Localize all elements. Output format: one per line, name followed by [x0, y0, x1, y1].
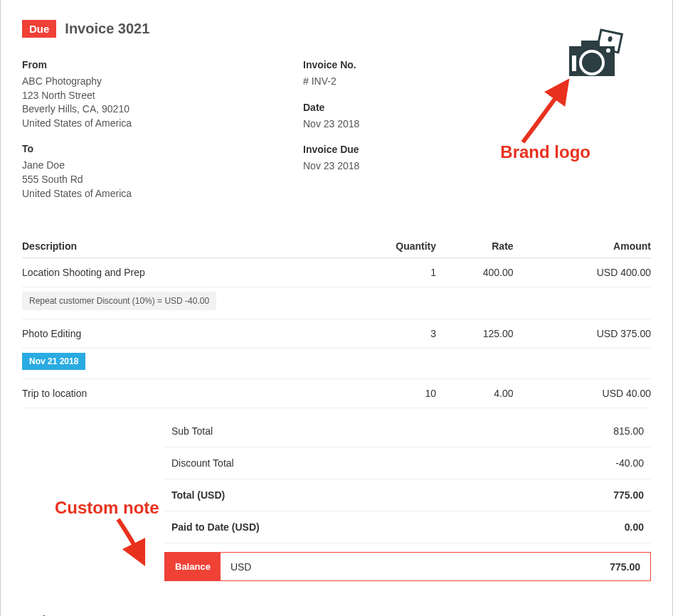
item-amount: USD 375.00 [514, 319, 651, 349]
col-amount: Amount [514, 235, 651, 258]
line-item-row: Photo Editing 3 125.00 USD 375.00 [22, 319, 651, 349]
item-description: Location Shooting and Prep [22, 267, 334, 278]
total-row: Total (USD) 775.00 [164, 479, 651, 511]
due-block: Invoice Due Nov 23 2018 [303, 144, 651, 174]
date-badge: Nov 21 2018 [22, 353, 85, 370]
total-value: 775.00 [613, 489, 644, 501]
totals-section: Sub Total 815.00 Discount Total -40.00 T… [164, 415, 651, 581]
from-name: ABC Photography [22, 75, 303, 89]
balance-currency: USD [221, 561, 262, 573]
balance-row: Balance USD 775.00 [164, 552, 651, 581]
to-street: 555 South Rd [22, 173, 303, 187]
paid-value: 0.00 [625, 521, 644, 533]
paid-row: Paid to Date (USD) 0.00 [164, 511, 651, 543]
discount-note: Repeat customer Discount (10%) = USD -40… [22, 292, 216, 310]
svg-rect-2 [581, 41, 600, 48]
discount-label: Discount Total [171, 457, 234, 469]
from-city: Beverly Hills, CA, 90210 [22, 102, 303, 117]
item-amount: USD 40.00 [514, 379, 651, 408]
svg-rect-5 [572, 55, 576, 71]
item-quantity: 1 [334, 258, 436, 287]
date-value: Nov 23 2018 [303, 117, 651, 132]
balance-label: Balance [165, 553, 221, 580]
discount-value: -40.00 [615, 457, 644, 469]
status-badge: Due [22, 20, 56, 38]
discount-row: Discount Total -40.00 [164, 447, 651, 479]
col-description: Description [22, 235, 334, 258]
paid-label: Paid to Date (USD) [171, 521, 260, 533]
col-quantity: Quantity [334, 235, 436, 258]
to-name: Jane Doe [22, 159, 303, 173]
svg-point-4 [581, 51, 603, 74]
line-item-row: Location Shooting and Prep 1 400.00 USD … [22, 258, 651, 287]
line-items-table: Description Quantity Rate Amount Locatio… [22, 235, 651, 408]
invoice-header: Due Invoice 3021 [22, 0, 651, 59]
arrow-icon [516, 78, 580, 152]
balance-amount: 775.00 [600, 561, 650, 573]
to-country: United States of America [22, 187, 303, 201]
from-country: United States of America [22, 117, 303, 131]
due-label: Invoice Due [303, 144, 651, 155]
to-block: To Jane Doe 555 South Rd United States o… [22, 143, 303, 201]
line-item-row: Trip to location 10 4.00 USD 40.00 [22, 379, 651, 408]
item-amount: USD 400.00 [514, 258, 651, 287]
item-quantity: 3 [334, 319, 436, 349]
item-quantity: 10 [334, 379, 436, 408]
invoice-title: Invoice 3021 [65, 21, 149, 37]
date-label: Date [303, 102, 651, 113]
line-item-badge-row: Nov 21 2018 [22, 349, 651, 379]
subtotal-value: 815.00 [613, 425, 644, 437]
subtotal-label: Sub Total [171, 425, 213, 437]
subtotal-row: Sub Total 815.00 [164, 415, 651, 447]
item-description: Trip to location [22, 388, 334, 399]
arrow-icon [111, 512, 161, 571]
to-label: To [22, 143, 303, 154]
item-description: Photo Editing [22, 328, 334, 339]
from-block: From ABC Photography 123 North Street Be… [22, 59, 303, 130]
due-value: Nov 23 2018 [303, 159, 651, 174]
item-rate: 400.00 [436, 258, 514, 287]
date-block: Date Nov 23 2018 [303, 102, 651, 132]
col-rate: Rate [436, 235, 514, 258]
item-rate: 4.00 [436, 379, 514, 408]
line-item-note-row: Repeat customer Discount (10%) = USD -40… [22, 287, 651, 319]
total-label: Total (USD) [171, 489, 225, 501]
camera-icon [566, 28, 630, 85]
svg-point-3 [606, 48, 610, 53]
from-street: 123 North Street [22, 89, 303, 103]
from-label: From [22, 59, 303, 70]
item-rate: 125.00 [436, 319, 514, 349]
